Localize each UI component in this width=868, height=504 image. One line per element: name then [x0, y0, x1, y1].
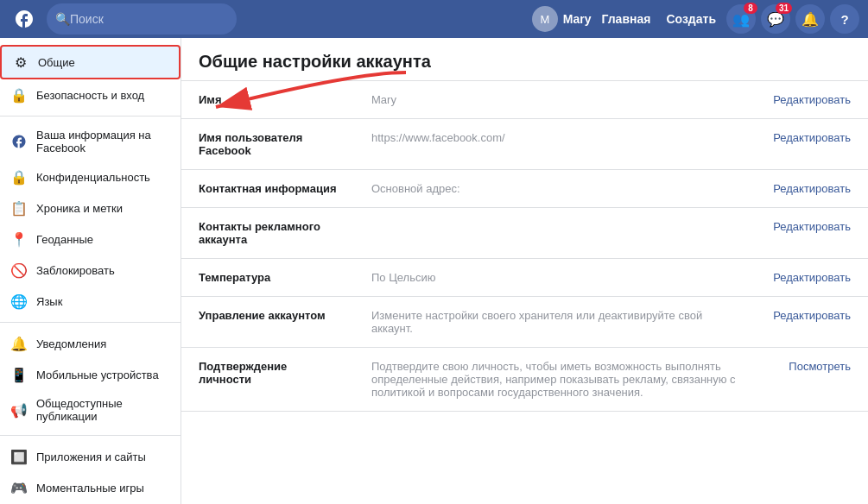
sidebar-label-3: Конфиденциальность — [36, 171, 150, 184]
settings-action-0[interactable]: Редактировать — [756, 81, 868, 119]
user-profile-link[interactable]: M Mary — [532, 6, 592, 32]
settings-action-2[interactable]: Редактировать — [756, 170, 868, 208]
settings-label-1: Имя пользователя Facebook — [181, 119, 354, 170]
settings-row-0: ИмяMaryРедактировать — [181, 81, 868, 119]
sidebar-label-7: Язык — [36, 295, 62, 308]
nav-right: M Mary Главная Создать 👥 8 💬 31 🔔 ? — [532, 4, 859, 34]
settings-action-1[interactable]: Редактировать — [756, 119, 868, 170]
sidebar-icon-7: 🌐 — [10, 293, 28, 310]
settings-value-5: Измените настройки своего хранителя или … — [354, 297, 756, 348]
sidebar-icon-12: 🎮 — [10, 479, 28, 496]
settings-table: ИмяMaryРедактироватьИмя пользователя Fac… — [181, 81, 868, 412]
sidebar-icon-2 — [10, 133, 28, 150]
sidebar-item-3[interactable]: 🔒Конфиденциальность — [0, 161, 181, 192]
settings-value-1: https://www.facebook.com/ — [354, 119, 756, 170]
messenger-icon-btn[interactable]: 💬 31 — [761, 4, 790, 34]
sidebar-item-11[interactable]: 🔲Приложения и сайты — [0, 441, 181, 472]
sidebar-item-12[interactable]: 🎮Моментальные игры — [0, 472, 181, 503]
search-bar[interactable]: 🔍 — [47, 3, 237, 35]
sidebar-label-12: Моментальные игры — [36, 482, 144, 495]
sidebar-label-9: Мобильные устройства — [36, 369, 159, 381]
sidebar-item-1[interactable]: 🔒Безопасность и вход — [0, 79, 181, 110]
settings-row-1: Имя пользователя Facebookhttps://www.fac… — [181, 119, 868, 170]
search-icon: 🔍 — [55, 12, 70, 26]
sidebar-item-5[interactable]: 📍Геоданные — [0, 224, 181, 255]
sidebar-icon-0: ⚙ — [12, 54, 29, 71]
sidebar-icon-6: 🚫 — [10, 261, 28, 279]
sidebar-label-0: Общие — [38, 56, 75, 69]
create-link[interactable]: Создать — [661, 12, 721, 26]
settings-row-4: ТемператураПо ЦельсиюРедактировать — [181, 259, 868, 297]
sidebar-label-11: Приложения и сайты — [36, 450, 146, 463]
sidebar-item-4[interactable]: 📋Хроника и метки — [0, 192, 181, 224]
page-title: Общие настройки аккаунта — [199, 52, 851, 72]
search-input[interactable] — [70, 12, 217, 26]
sidebar-label-8: Уведомления — [36, 337, 106, 350]
sidebar-item-9[interactable]: 📱Мобильные устройства — [0, 359, 181, 390]
sidebar-icon-8: 🔔 — [10, 335, 28, 352]
settings-action-5[interactable]: Редактировать — [756, 297, 868, 348]
messenger-badge: 31 — [776, 3, 792, 14]
sidebar-item-0[interactable]: ⚙Общие — [0, 45, 181, 79]
home-link[interactable]: Главная — [596, 12, 656, 26]
settings-label-6: Подтверждение личности — [181, 348, 354, 412]
settings-action-4[interactable]: Редактировать — [756, 259, 868, 297]
sidebar-item-2[interactable]: Ваша информация на Facebook — [0, 122, 181, 161]
settings-value-0: Mary — [354, 81, 756, 119]
notifications-icon-btn[interactable]: 🔔 — [795, 4, 825, 34]
settings-label-5: Управление аккаунтом — [181, 297, 354, 348]
sidebar-icon-1: 🔒 — [10, 86, 28, 104]
sidebar-label-1: Безопасность и вход — [36, 89, 144, 102]
friends-badge: 8 — [744, 3, 757, 14]
settings-value-3 — [354, 208, 756, 259]
settings-value-6: Подтвердите свою личность, чтобы иметь в… — [354, 348, 756, 412]
sidebar-icon-4: 📋 — [10, 199, 28, 217]
settings-label-2: Контактная информация — [181, 170, 354, 208]
settings-row-6: Подтверждение личностиПодтвердите свою л… — [181, 348, 868, 412]
settings-row-3: Контакты рекламного аккаунтаРедактироват… — [181, 208, 868, 259]
avatar: M — [532, 6, 558, 32]
sidebar-label-10: Общедоступные публикации — [36, 397, 170, 423]
settings-action-3[interactable]: Редактировать — [756, 208, 868, 259]
username-label: Mary — [563, 12, 592, 26]
sidebar-icon-9: 📱 — [10, 366, 28, 383]
sidebar-icon-11: 🔲 — [10, 448, 28, 465]
settings-row-2: Контактная информацияОсновной адрес:Реда… — [181, 170, 868, 208]
sidebar-item-7[interactable]: 🌐Язык — [0, 286, 181, 317]
sidebar-icon-10: 📢 — [10, 401, 28, 419]
settings-label-4: Температура — [181, 259, 354, 297]
settings-value-4: По Цельсию — [354, 259, 756, 297]
sidebar-item-6[interactable]: 🚫Заблокировать — [0, 255, 181, 286]
help-icon-btn[interactable]: ? — [830, 4, 859, 34]
sidebar-label-5: Геоданные — [36, 233, 93, 246]
settings-row-5: Управление аккаунтомИзмените настройки с… — [181, 297, 868, 348]
sidebar-icon-5: 📍 — [10, 230, 28, 248]
friends-icon-btn[interactable]: 👥 8 — [726, 4, 756, 34]
page-layout: ⚙Общие🔒Безопасность и входВаша информаци… — [0, 38, 868, 504]
top-navigation: 🔍 M Mary Главная Создать 👥 8 💬 31 🔔 ? — [0, 0, 868, 38]
settings-label-3: Контакты рекламного аккаунта — [181, 208, 354, 259]
facebook-logo — [9, 3, 40, 35]
sidebar-label-2: Ваша информация на Facebook — [36, 129, 170, 154]
main-content: Общие настройки аккаунта ИмяMaryРедактир… — [181, 38, 868, 504]
sidebar: ⚙Общие🔒Безопасность и входВаша информаци… — [0, 38, 181, 504]
sidebar-item-8[interactable]: 🔔Уведомления — [0, 328, 181, 359]
settings-value-2: Основной адрес: — [354, 170, 756, 208]
sidebar-icon-3: 🔒 — [10, 168, 28, 186]
content-header: Общие настройки аккаунта — [181, 38, 868, 81]
sidebar-label-4: Хроника и метки — [36, 202, 123, 215]
sidebar-item-10[interactable]: 📢Общедоступные публикации — [0, 390, 181, 430]
settings-label-0: Имя — [181, 81, 354, 119]
settings-action-6[interactable]: Посмотреть — [756, 348, 868, 412]
sidebar-label-6: Заблокировать — [36, 264, 115, 277]
